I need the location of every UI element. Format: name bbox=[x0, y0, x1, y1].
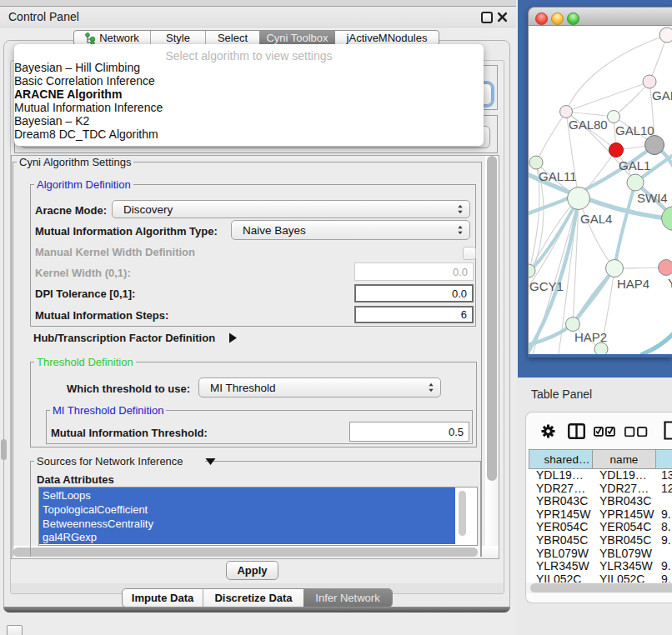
svg-text:Y: Y bbox=[668, 276, 672, 290]
svg-text:GAL4: GAL4 bbox=[580, 212, 612, 226]
svg-text:GAL2: GAL2 bbox=[652, 88, 672, 102]
svg-text:GCY1: GCY1 bbox=[529, 279, 564, 293]
svg-text:GAL11: GAL11 bbox=[539, 169, 577, 183]
svg-text:GAL10: GAL10 bbox=[615, 123, 654, 138]
svg-text:SWI4: SWI4 bbox=[637, 191, 668, 205]
svg-text:HAP2: HAP2 bbox=[574, 330, 607, 344]
svg-text:GAL1: GAL1 bbox=[619, 158, 650, 172]
svg-text:GAL80: GAL80 bbox=[569, 118, 608, 132]
svg-text:HAP4: HAP4 bbox=[617, 277, 649, 291]
